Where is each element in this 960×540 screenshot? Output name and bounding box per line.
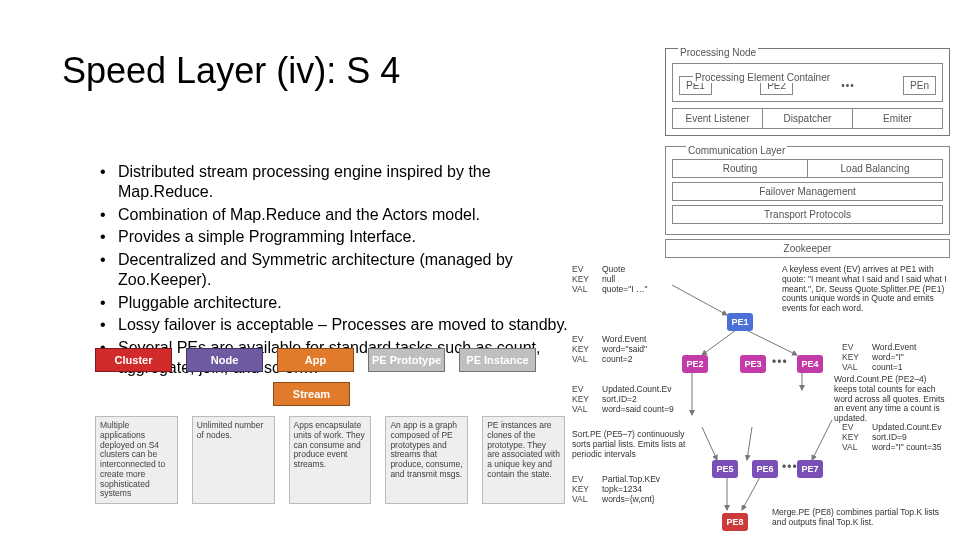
zookeeper-box: Zookeeper <box>665 239 950 258</box>
flow-caption: Merge.PE (PE8) combines partial Top.K li… <box>772 508 950 528</box>
bullet-item: Combination of Map.Reduce and the Actors… <box>118 205 480 225</box>
svg-line-2 <box>740 327 797 355</box>
pe-node: PE2 <box>682 355 708 373</box>
pec-label: Processing Element Container <box>693 72 832 83</box>
dispatcher-box: Dispatcher <box>763 109 853 128</box>
pe-node: PE1 <box>727 313 753 331</box>
pe-instance-chip: PE Instance <box>459 348 536 372</box>
architecture-diagram: Processing Node Processing Element Conta… <box>665 48 950 258</box>
pe-node: PE3 <box>740 355 766 373</box>
transport-box: Transport Protocols <box>672 205 943 224</box>
event-box: EVWord.EventKEYword="I"VALcount=1 <box>842 343 916 372</box>
ellipsis-icon: ••• <box>841 80 855 91</box>
blocks-table: Cluster Node App PE Prototype PE Instanc… <box>95 348 565 504</box>
stream-chip: Stream <box>273 382 350 406</box>
app-chip: App <box>277 348 354 372</box>
bullet-item: Distributed stream processing engine ins… <box>118 162 590 203</box>
failover-box: Failover Management <box>672 182 943 201</box>
pe-box: PEn <box>903 76 936 95</box>
load-balancing-box: Load Balancing <box>808 160 942 177</box>
pe-node: PE7 <box>797 460 823 478</box>
pe-prototype-chip: PE Prototype <box>368 348 445 372</box>
bullet-item: Provides a simple Programming Interface. <box>118 227 416 247</box>
pe-node: PE5 <box>712 460 738 478</box>
event-box: EVUpdated.Count.EvKEYsort.ID=9VALword="I… <box>842 423 941 452</box>
svg-line-9 <box>812 420 832 460</box>
routing-box: Routing <box>673 160 808 177</box>
event-box: EVPartial.Top.KEvKEYtopk=1234VALwords={w… <box>572 475 660 504</box>
event-box: EVQuoteKEYnullVALquote="I …" <box>572 265 648 294</box>
comm-layer-label: Communication Layer <box>686 145 787 156</box>
pe-node: PE6 <box>752 460 778 478</box>
bullet-item: Pluggable architecture. <box>118 293 282 313</box>
block-caption: Unlimited number of nodes. <box>192 416 275 504</box>
block-caption: Multiple applications deployed on S4 clu… <box>95 416 178 504</box>
processing-node-label: Processing Node <box>678 47 758 58</box>
bullet-item: Lossy failover is acceptable – Processes… <box>118 315 568 335</box>
bullet-item: Decentralized and Symmetric architecture… <box>118 250 590 291</box>
emitter-box: Emiter <box>853 109 942 128</box>
block-caption: An app is a graph composed of PE prototy… <box>385 416 468 504</box>
cluster-chip: Cluster <box>95 348 172 372</box>
event-box: EVWord.EventKEYword="said"VALcount=2 <box>572 335 647 364</box>
event-listener-box: Event Listener <box>673 109 763 128</box>
flow-caption: Sort.PE (PE5–7) continuously sorts parti… <box>572 430 687 459</box>
ellipsis-icon: ••• <box>772 355 788 369</box>
svg-line-5 <box>747 427 752 460</box>
svg-line-0 <box>672 285 727 315</box>
pe-node: PE8 <box>722 513 748 531</box>
flow-caption: A keyless event (EV) arrives at PE1 with… <box>782 265 950 314</box>
pe-node: PE4 <box>797 355 823 373</box>
event-box: EVUpdated.Count.EvKEYsort.ID=2VALword=sa… <box>572 385 674 414</box>
block-caption: Apps encapsulate units of work. They can… <box>289 416 372 504</box>
flow-caption: Word.Count.PE (PE2–4) keeps total counts… <box>834 375 950 424</box>
svg-line-7 <box>742 477 760 510</box>
svg-line-1 <box>702 327 740 355</box>
ellipsis-icon: ••• <box>782 460 798 474</box>
block-caption: PE instances are clones of the prototype… <box>482 416 565 504</box>
slide-title: Speed Layer (iv): S 4 <box>62 50 400 92</box>
node-chip: Node <box>186 348 263 372</box>
svg-line-4 <box>702 427 717 460</box>
